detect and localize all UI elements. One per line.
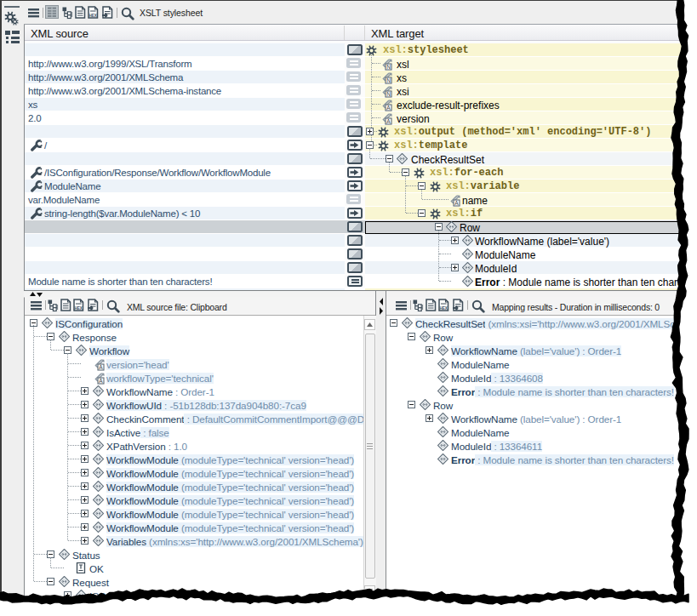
svg-text:A: A	[99, 364, 103, 370]
svg-text:HEX: HEX	[439, 306, 448, 311]
svg-text:A: A	[99, 378, 103, 384]
svg-text:N: N	[386, 64, 391, 70]
svg-text:HEX: HEX	[74, 306, 83, 311]
svg-text:HEX: HEX	[89, 14, 97, 18]
svg-text:N: N	[386, 91, 391, 97]
svg-text:N: N	[386, 77, 391, 83]
svg-text:A: A	[386, 105, 391, 111]
svg-text:A: A	[386, 118, 391, 124]
svg-text:A: A	[454, 200, 459, 206]
